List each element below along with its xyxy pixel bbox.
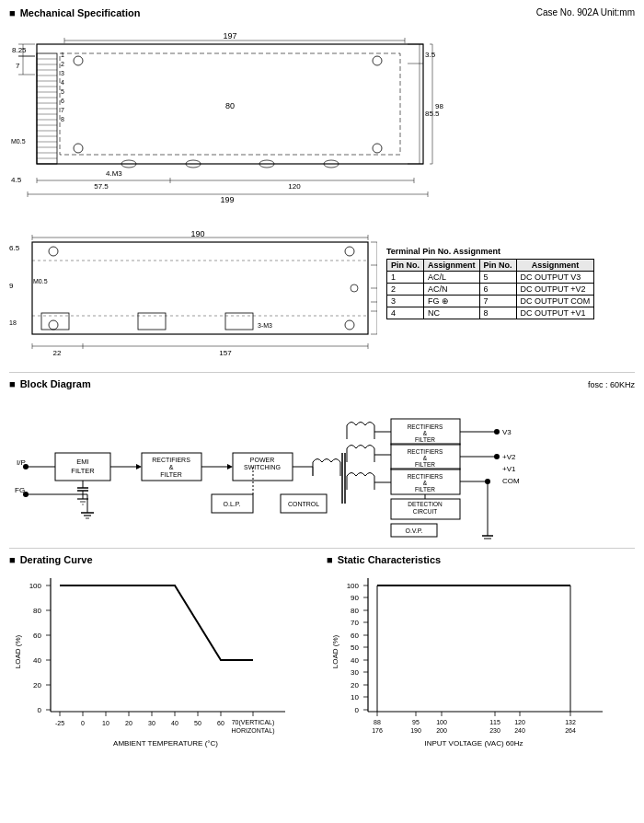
svg-point-174 [494,429,500,435]
pin-table-cell: AC/N [424,284,480,296]
pin-assignment-table: Pin No. Assignment Pin No. Assignment 1A… [386,259,594,319]
svg-text:10: 10 [351,693,359,701]
pin-table-row: 1AC/L5DC OUTPUT V3 [387,272,594,284]
svg-text:20: 20 [33,681,41,690]
svg-text:60: 60 [33,632,41,640]
pin-table-cell: DC OUTPUT +V2 [516,284,594,296]
svg-marker-136 [136,464,142,469]
svg-text:RECTIFIERS: RECTIFIERS [152,457,190,463]
svg-text:18: 18 [9,319,17,326]
svg-text:1: 1 [61,52,64,58]
svg-text:AMBIENT TEMPERATURE (°C): AMBIENT TEMPERATURE (°C) [113,739,218,748]
svg-text:-25: -25 [55,720,64,726]
svg-text:100: 100 [436,719,447,725]
svg-marker-142 [227,464,233,469]
svg-text:240: 240 [514,727,525,734]
svg-text:CONTROL: CONTROL [288,501,319,507]
svg-text:O.L.P.: O.L.P. [224,501,241,507]
pin-table-cell: DC OUTPUT V3 [516,272,594,284]
svg-text:10: 10 [102,720,109,726]
svg-rect-88 [41,313,69,330]
svg-text:FILTER: FILTER [415,436,435,443]
svg-text:RECTIFIERS: RECTIFIERS [408,448,443,455]
svg-text:132: 132 [565,719,576,725]
svg-text:&: & [423,480,428,486]
block-diagram-title: Block Diagram [9,378,91,389]
svg-text:3: 3 [61,70,64,76]
svg-text:100: 100 [347,582,360,590]
svg-point-34 [74,56,83,65]
svg-text:30: 30 [148,720,155,726]
svg-text:100: 100 [29,582,42,590]
pin-table-cell: 3 [387,296,424,307]
svg-text:95: 95 [412,719,420,725]
block-diagram-svg: I/P FG EMI FILTER [9,393,635,540]
svg-rect-81 [32,242,368,334]
svg-point-35 [74,144,83,153]
svg-text:230: 230 [489,727,500,734]
block-section: Block Diagram fosc : 60KHz I/P FG EMI FI… [9,378,635,549]
svg-text:115: 115 [489,719,500,725]
svg-text:4.5: 4.5 [11,176,22,184]
svg-text:8.25: 8.25 [12,46,27,54]
svg-text:90: 90 [351,594,359,602]
svg-text:CIRCUIT: CIRCUIT [413,508,437,515]
pin-table-cell: NC [424,307,480,319]
svg-text:DETECTION: DETECTION [408,501,443,507]
pin-table-container: Terminal Pin No. Assignment Pin No. Assi… [386,247,594,319]
svg-text:7: 7 [61,107,64,113]
pin-table-cell: 8 [479,307,516,319]
derating-chart: 100 80 60 40 20 0 -25 0 10 20 30 40 50 6… [9,569,304,753]
mech-drawing-top: 197 [9,24,635,226]
svg-text:INPUT VOLTAGE (VAC) 60Hz: INPUT VOLTAGE (VAC) 60Hz [425,739,523,748]
svg-text:RECTIFIERS: RECTIFIERS [408,473,443,480]
svg-rect-89 [138,313,166,330]
pin-table-cell: 5 [479,272,516,284]
col-assign2: Assignment [516,260,594,272]
svg-text:FILTER: FILTER [71,467,95,475]
pin-table-cell: 2 [387,284,424,296]
svg-text:40: 40 [33,656,41,665]
svg-text:98: 98 [435,102,443,110]
svg-text:FILTER: FILTER [415,461,435,468]
svg-text:176: 176 [372,727,383,734]
pin-table-cell: 7 [479,296,516,307]
svg-text:0: 0 [81,720,85,726]
pin-table-row: 4NC8DC OUTPUT +V1 [387,307,594,319]
derating-curve-section: Derating Curve 100 80 60 40 20 0 -25 0 1… [9,554,317,755]
svg-text:40: 40 [171,720,178,726]
svg-point-85 [345,247,354,256]
svg-text:O.V.P.: O.V.P. [405,527,422,534]
svg-text:199: 199 [220,195,234,204]
col-pin1: Pin No. [387,260,424,272]
svg-text:6.5: 6.5 [9,244,20,252]
svg-text:57.5: 57.5 [94,182,109,191]
svg-text:70: 70 [351,619,359,627]
bottom-sections: Derating Curve 100 80 60 40 20 0 -25 0 1… [9,554,635,755]
svg-text:FILTER: FILTER [160,471,182,478]
pin-table-cell: 6 [479,284,516,296]
col-assign1: Assignment [424,260,480,272]
svg-text:264: 264 [565,727,576,734]
svg-text:200: 200 [436,727,447,734]
svg-text:40: 40 [351,656,359,665]
svg-text:7: 7 [16,62,20,70]
svg-text:0: 0 [355,706,360,714]
svg-text:3.5: 3.5 [425,51,436,59]
svg-rect-90 [225,313,253,330]
svg-text:190: 190 [410,727,421,734]
svg-text:80: 80 [33,607,41,615]
pin-table-cell: FG ⊕ [424,296,480,307]
svg-text:COM: COM [502,477,520,485]
col-pin2: Pin No. [479,260,516,272]
svg-text:EMI: EMI [76,458,88,466]
svg-text:M0.5: M0.5 [11,138,26,145]
svg-point-87 [345,320,354,330]
pin-table-cell: AC/L [424,272,480,284]
static-chart: 100 90 80 70 60 50 40 30 20 10 0 88 176 … [327,569,621,753]
case-info: Case No. 902A Unit:mm [536,7,635,17]
svg-text:3-M3: 3-M3 [258,322,272,329]
static-char-title: Static Characteristics [327,554,635,565]
svg-text:&: & [169,464,174,470]
svg-text:88: 88 [374,719,381,725]
